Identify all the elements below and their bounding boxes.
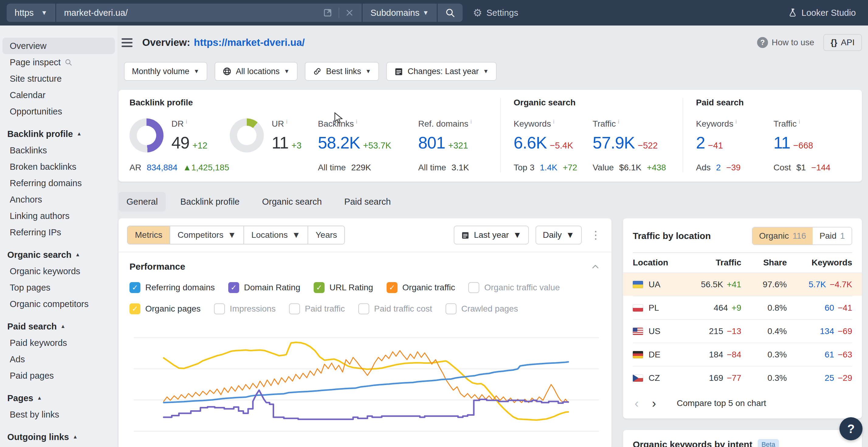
checkbox-referring-domains[interactable]: ✓Referring domains xyxy=(129,282,215,293)
menu-toggle-button[interactable] xyxy=(122,38,132,47)
checkbox-organic-traffic-value[interactable]: Organic traffic value xyxy=(468,282,560,293)
flag-us-icon xyxy=(633,328,643,335)
sidebar-item-site-structure[interactable]: Site structure xyxy=(2,70,115,87)
sidebar-group-outgoing-links[interactable]: Outgoing links▲ xyxy=(0,429,117,445)
info-icon[interactable]: i xyxy=(470,118,472,125)
organic-keywords-metric: Keywordsi 6.6K−5.4K xyxy=(514,118,593,152)
sidebar-item-opportunities[interactable]: Opportunities xyxy=(2,103,115,119)
sidebar-item-top-pages[interactable]: Top pages xyxy=(2,279,115,296)
changes-filter-dropdown[interactable]: Changes: Last year▼ xyxy=(386,62,497,81)
tab-general[interactable]: General xyxy=(119,192,166,212)
sidebar-item-organic-keywords[interactable]: Organic keywords xyxy=(2,263,115,279)
info-icon[interactable]: i xyxy=(186,118,187,125)
protocol-dropdown[interactable]: https ▼ xyxy=(7,4,55,22)
info-icon[interactable]: i xyxy=(618,118,619,125)
checkbox-domain-rating[interactable]: ✓Domain Rating xyxy=(228,282,300,293)
clear-icon[interactable] xyxy=(345,8,354,17)
table-row-pl[interactable]: PL 464+9 0.8% 60−41 xyxy=(633,296,852,319)
ur-delta: +3 xyxy=(291,141,302,150)
collapse-section-icon[interactable] xyxy=(590,262,600,272)
checkbox-url-rating[interactable]: ✓URL Rating xyxy=(314,282,373,293)
granularity-dropdown[interactable]: Daily▼ xyxy=(535,226,582,244)
sidebar-group-backlink-profile[interactable]: Backlink profile▲ xyxy=(0,126,117,142)
url-input[interactable]: market-dveri.ua/ xyxy=(55,4,362,22)
sidebar-item-page-inspect[interactable]: Page inspect xyxy=(2,54,115,70)
segment-years[interactable]: Years xyxy=(308,226,344,244)
date-range-dropdown[interactable]: Last year▼ xyxy=(454,226,529,244)
info-icon[interactable]: i xyxy=(553,118,554,125)
looker-studio-link[interactable]: Looker Studio xyxy=(788,0,856,26)
table-row-de[interactable]: DE 184−84 0.3% 61−63 xyxy=(633,343,852,366)
sidebar-item-overview[interactable]: Overview xyxy=(2,38,115,54)
table-row-us[interactable]: US 215−13 0.4% 134−69 xyxy=(633,319,852,343)
how-to-use-button[interactable]: ? How to use xyxy=(757,37,814,48)
tab-organic-search[interactable]: Organic search xyxy=(254,192,330,212)
ar-rank: AR 834,884 ▲1,425,185 xyxy=(129,163,318,172)
sidebar-item-referring-domains[interactable]: Referring domains xyxy=(2,175,115,191)
toggle-organic[interactable]: Organic 116 xyxy=(752,228,813,244)
volume-filter-dropdown[interactable]: Monthly volume▼ xyxy=(124,62,207,81)
info-icon[interactable]: i xyxy=(799,118,800,125)
compare-top5-link[interactable]: Compare top 5 on chart xyxy=(677,399,766,408)
collapse-icon: ▲ xyxy=(76,131,82,137)
more-options-button[interactable]: ⋮ xyxy=(588,229,603,241)
checkbox-paid-traffic-cost[interactable]: Paid traffic cost xyxy=(358,303,432,314)
segment-metrics[interactable]: Metrics xyxy=(128,226,169,244)
search-button[interactable] xyxy=(437,4,463,22)
ref-domains-metric: Ref. domainsi 801+321 xyxy=(418,118,489,152)
info-icon[interactable]: i xyxy=(286,118,287,125)
api-button[interactable]: {} API xyxy=(823,34,862,51)
divider xyxy=(339,8,339,18)
sidebar-group-organic-search[interactable]: Organic search▲ xyxy=(0,247,117,263)
checkbox-paid-traffic[interactable]: Paid traffic xyxy=(289,303,345,314)
info-icon[interactable]: i xyxy=(736,118,737,125)
sidebar-item-broken-backlinks[interactable]: Broken backlinks xyxy=(2,159,115,175)
search-icon xyxy=(64,58,72,66)
braces-icon: {} xyxy=(831,38,837,47)
sidebar-item-anchors[interactable]: Anchors xyxy=(2,191,115,208)
checkbox-organic-pages[interactable]: ✓Organic pages xyxy=(129,303,200,314)
sidebar-item-paid-keywords[interactable]: Paid keywords xyxy=(2,335,115,351)
locations-filter-dropdown[interactable]: All locations▼ xyxy=(215,62,298,81)
scope-dropdown[interactable]: Subdomains ▼ xyxy=(362,4,437,22)
prev-page-button[interactable]: ‹ xyxy=(634,397,639,409)
table-row-cz[interactable]: CZ 169−77 0.3% 25−29 xyxy=(633,366,852,389)
tab-paid-search[interactable]: Paid search xyxy=(336,192,399,212)
segment-competitors[interactable]: Competitors▼ xyxy=(169,226,243,244)
segment-locations[interactable]: Locations▼ xyxy=(243,226,308,244)
protocol-label: https xyxy=(14,8,34,18)
cost-sub-metric: Cost $1 −144 xyxy=(773,163,851,172)
help-button[interactable]: ? xyxy=(839,417,863,440)
scope-label: Subdomains xyxy=(370,8,420,18)
sidebar-group-pages[interactable]: Pages▲ xyxy=(0,390,117,406)
checkbox-organic-traffic[interactable]: ✓Organic traffic xyxy=(386,282,455,293)
sidebar-item-referring-ips[interactable]: Referring IPs xyxy=(2,224,115,241)
flask-icon xyxy=(788,8,797,17)
sidebar-item-organic-competitors[interactable]: Organic competitors xyxy=(2,296,115,312)
chevron-down-icon: ▼ xyxy=(513,230,522,240)
sidebar-item-calendar[interactable]: Calendar xyxy=(2,87,115,103)
links-filter-dropdown[interactable]: Best links▼ xyxy=(305,62,379,81)
checkbox-icon: ✓ xyxy=(386,282,398,293)
sidebar-item-paid-pages[interactable]: Paid pages xyxy=(2,368,115,384)
search-icon xyxy=(445,8,455,18)
target-url-link[interactable]: https://market-dveri.ua/ xyxy=(194,37,305,48)
organic-keywords-by-intent-title: Organic keywords by intent xyxy=(633,439,752,447)
chevron-down-icon: ▼ xyxy=(41,9,48,16)
checkbox-impressions[interactable]: Impressions xyxy=(214,303,276,314)
open-external-icon[interactable] xyxy=(323,8,333,18)
sidebar-item-backlinks[interactable]: Backlinks xyxy=(2,142,115,159)
settings-button[interactable]: ⚙ Settings xyxy=(473,7,518,19)
sidebar-group-paid-search[interactable]: Paid search▲ xyxy=(0,318,117,335)
sidebar-item-best-by-links[interactable]: Best by links xyxy=(2,406,115,423)
checkbox-crawled-pages[interactable]: Crawled pages xyxy=(445,303,518,314)
sidebar-item-linked-domains[interactable]: Linked domains xyxy=(2,445,115,447)
next-page-button[interactable]: › xyxy=(652,397,656,409)
sidebar-item-linking-authors[interactable]: Linking authors xyxy=(2,208,115,224)
table-row-ua[interactable]: UA 56.5K+41 97.6% 5.7K−4.7K xyxy=(623,272,862,296)
tab-backlink-profile[interactable]: Backlink profile xyxy=(172,192,247,212)
toggle-paid[interactable]: Paid 1 xyxy=(813,228,851,244)
sidebar-item-ads[interactable]: Ads xyxy=(2,351,115,368)
ar-delta: ▲1,425,185 xyxy=(183,163,229,172)
info-icon[interactable]: i xyxy=(356,118,357,125)
